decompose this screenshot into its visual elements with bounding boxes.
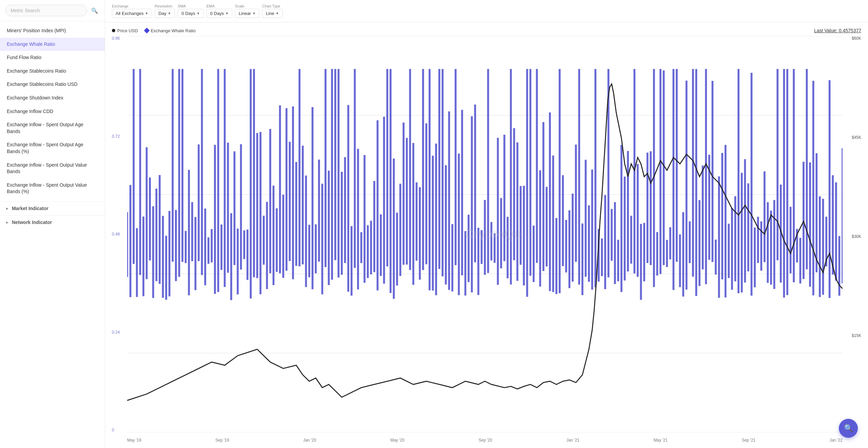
scale-label: Scale bbox=[235, 4, 259, 8]
chart-type-filter: Chart Type Line ▼ bbox=[262, 4, 282, 18]
sidebar-item-exchange-inflow-cdd[interactable]: Exchange Inflow CDD bbox=[0, 105, 105, 118]
section-label: Market Indicator bbox=[12, 206, 48, 211]
fab-icon: 🔍 bbox=[844, 424, 853, 433]
scale-select[interactable]: Linear ▼ bbox=[235, 9, 259, 18]
chart-svg bbox=[127, 36, 843, 432]
section-market-indicator[interactable]: ►Market Indicator bbox=[0, 201, 105, 215]
chart-area: Price USD Exchange Whale Ratio Last Valu… bbox=[105, 22, 868, 448]
y-left-label: 0 bbox=[112, 428, 125, 432]
y-left-label: 0.72 bbox=[112, 134, 125, 139]
toolbar: Exchange All Exchanges ▼ Resolution Day … bbox=[105, 0, 868, 22]
chevron-icon: ► bbox=[5, 220, 9, 224]
sidebar-item-exchange-shutdown-index[interactable]: Exchange Shutdown Index bbox=[0, 91, 105, 105]
sidebar-item-exchange-inflow-sovb[interactable]: Exchange Inflow - Spent Output Value Ban… bbox=[0, 158, 105, 179]
section-network-indicator[interactable]: ►Network Indicator bbox=[0, 215, 105, 229]
sidebar-item-exchange-inflow-soab-pct[interactable]: Exchange Inflow - Spent Output Age Bands… bbox=[0, 138, 105, 158]
sidebar-item-exchange-stablecoins-ratio-usd[interactable]: Exchange Stablecoins Ratio USD bbox=[0, 78, 105, 91]
exchange-dropdown-arrow: ▼ bbox=[145, 12, 148, 15]
search-container: 🔍 bbox=[0, 0, 105, 21]
fab-button[interactable]: 🔍 bbox=[839, 419, 858, 438]
sma-select[interactable]: 0 Days ▼ bbox=[178, 9, 203, 18]
resolution-dropdown-arrow: ▼ bbox=[167, 12, 171, 15]
x-axis-label: Jan '20 bbox=[303, 438, 316, 443]
sidebar-item-exchange-inflow-soab[interactable]: Exchange Inflow - Spent Output Age Bands bbox=[0, 118, 105, 138]
x-axis-label: May '19 bbox=[127, 438, 141, 443]
exchange-filter: Exchange All Exchanges ▼ bbox=[112, 4, 152, 18]
search-input[interactable] bbox=[5, 5, 87, 16]
ema-dropdown-arrow: ▼ bbox=[225, 12, 229, 15]
sidebar-item-exchange-stablecoins-ratio[interactable]: Exchange Stablecoins Ratio bbox=[0, 64, 105, 78]
resolution-select[interactable]: Day ▼ bbox=[155, 9, 175, 18]
x-axis-label: Sep '21 bbox=[742, 438, 755, 443]
chart-type-select[interactable]: Line ▼ bbox=[262, 9, 282, 18]
metric-legend-label: Exchange Whale Ratio bbox=[151, 28, 196, 33]
sidebar-item-miners-position-index[interactable]: Miners' Position Index (MPI) bbox=[0, 24, 105, 38]
x-axis-label: Jan '21 bbox=[566, 438, 579, 443]
ema-select[interactable]: 0 Days ▼ bbox=[206, 9, 232, 18]
x-axis-label: Sep '19 bbox=[215, 438, 229, 443]
metric-legend-dot bbox=[144, 28, 150, 34]
ema-label: EMA bbox=[206, 4, 232, 8]
chart-type-dropdown-arrow: ▼ bbox=[276, 12, 279, 15]
sma-filter: SMA 0 Days ▼ bbox=[178, 4, 203, 18]
scale-dropdown-arrow: ▼ bbox=[252, 12, 256, 15]
y-axis-right: $60K$45K$30K$15K bbox=[844, 36, 861, 432]
sma-dropdown-arrow: ▼ bbox=[197, 12, 200, 15]
price-legend-label: Price USD bbox=[117, 28, 138, 33]
chart-inner: CryptoQu... bbox=[127, 36, 843, 432]
y-right-label: $15K bbox=[852, 333, 861, 338]
chart-legend: Price USD Exchange Whale Ratio Last Valu… bbox=[112, 28, 861, 33]
sidebar-item-fund-flow-ratio[interactable]: Fund Flow Ratio bbox=[0, 51, 105, 64]
sidebar: 🔍 Miners' Position Index (MPI)Exchange W… bbox=[0, 0, 105, 448]
exchange-select[interactable]: All Exchanges ▼ bbox=[112, 9, 152, 18]
resolution-label: Resolution bbox=[155, 4, 175, 8]
x-axis-label: Jan '22 bbox=[830, 438, 843, 443]
sidebar-item-exchange-inflow-sovb-pct[interactable]: Exchange Inflow - Spent Output Value Ban… bbox=[0, 179, 105, 199]
y-left-label: 0.96 bbox=[112, 36, 125, 41]
price-legend-item: Price USD bbox=[112, 28, 138, 33]
last-value[interactable]: Last Value: 0.4575377 bbox=[814, 28, 861, 33]
metric-legend-item: Exchange Whale Ratio bbox=[145, 28, 196, 33]
search-button[interactable]: 🔍 bbox=[90, 6, 99, 15]
x-axis-label: May '20 bbox=[390, 438, 405, 443]
chevron-icon: ► bbox=[5, 206, 9, 210]
y-axis-left: 0.960.720.480.240 bbox=[112, 36, 125, 432]
y-right-label: $45K bbox=[852, 135, 861, 140]
sma-label: SMA bbox=[178, 4, 203, 8]
y-right-label: $30K bbox=[852, 234, 861, 239]
exchange-label: Exchange bbox=[112, 4, 152, 8]
chart-type-label: Chart Type bbox=[262, 4, 282, 8]
x-axis-label: Sep '20 bbox=[478, 438, 492, 443]
metric-list: Miners' Position Index (MPI)Exchange Wha… bbox=[0, 21, 105, 201]
y-right-label: $60K bbox=[852, 36, 861, 41]
chart-container: 0.960.720.480.240 $60K$45K$30K$15K Crypt… bbox=[112, 36, 861, 443]
section-label: Network Indicator bbox=[12, 220, 52, 225]
main-content: Exchange All Exchanges ▼ Resolution Day … bbox=[105, 0, 868, 448]
y-left-label: 0.24 bbox=[112, 330, 125, 335]
scale-filter: Scale Linear ▼ bbox=[235, 4, 259, 18]
sidebar-item-exchange-whale-ratio[interactable]: Exchange Whale Ratio bbox=[0, 38, 105, 51]
ema-filter: EMA 0 Days ▼ bbox=[206, 4, 232, 18]
price-legend-dot bbox=[112, 29, 115, 32]
y-left-label: 0.48 bbox=[112, 232, 125, 237]
x-axis: May '19Sep '19Jan '20May '20Sep '20Jan '… bbox=[127, 438, 843, 443]
resolution-filter: Resolution Day ▼ bbox=[155, 4, 175, 18]
x-axis-label: May '21 bbox=[653, 438, 668, 443]
